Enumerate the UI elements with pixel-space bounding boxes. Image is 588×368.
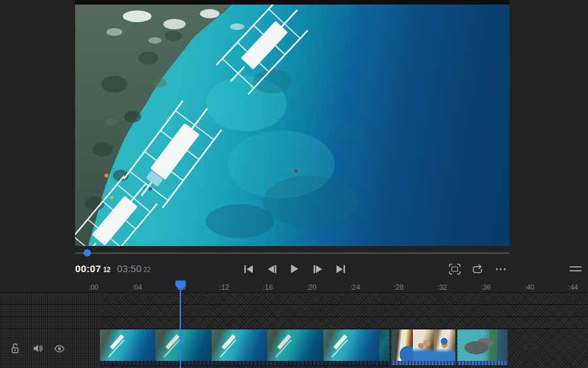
audio-icon (33, 344, 42, 353)
ruler-label: :04 (132, 283, 142, 291)
step-forward-button[interactable] (309, 261, 326, 277)
clip-thumbnail (212, 330, 267, 361)
ruler-label: :40 (525, 283, 534, 291)
fullscreen-icon (449, 264, 461, 275)
ruler-label: :12 (220, 283, 229, 291)
play-button[interactable] (286, 261, 303, 277)
playhead-marker-icon (175, 280, 186, 292)
clip-thumbnail (457, 330, 508, 361)
video-frame-graphic (75, 5, 510, 246)
clip-thumbnail (413, 330, 434, 361)
clip-thumbnails (391, 330, 455, 361)
skip-to-start-icon (244, 265, 253, 273)
skip-to-end-icon (336, 265, 345, 273)
playhead-handle[interactable] (175, 280, 186, 294)
ruler-label: :16 (263, 283, 272, 291)
panel-menu-button[interactable] (570, 264, 583, 273)
step-forward-icon (314, 265, 322, 273)
unlock-icon (10, 343, 20, 354)
loop-button[interactable] (470, 262, 485, 276)
preview-scrubber-track[interactable] (75, 253, 510, 254)
timecode-current-frames: 12 (103, 266, 110, 273)
ruler-label: :36 (481, 283, 491, 291)
track-visibility-button[interactable] (54, 343, 65, 354)
clip-thumbnail (434, 330, 455, 361)
clip-thumbnail (267, 330, 323, 361)
timecode-duration-frames: 22 (144, 266, 151, 273)
more-options-button[interactable] (493, 262, 508, 276)
timecode-display: 00:07 12 03:50 22 (75, 263, 151, 276)
play-icon (291, 264, 299, 273)
clip-thumbnail (155, 330, 211, 361)
loop-icon (472, 264, 483, 275)
step-back-button[interactable] (263, 261, 280, 277)
app-window: 00:07 12 03:50 22 (0, 0, 588, 368)
panel-menu-icon (570, 266, 581, 268)
step-back-icon (268, 265, 276, 273)
clip-thumbnail (323, 330, 379, 361)
video-preview[interactable] (75, 5, 510, 246)
preview-scrubber-handle[interactable] (84, 249, 91, 256)
audio-waveform (457, 361, 508, 365)
clip-3-coastline[interactable] (457, 330, 508, 365)
ruler-label: :28 (393, 283, 403, 291)
skip-to-end-button[interactable] (332, 261, 349, 277)
audio-waveform (100, 361, 389, 365)
skip-to-start-button[interactable] (240, 261, 257, 277)
timecode-duration: 03:50 (117, 263, 142, 274)
ruler-label: :44 (568, 283, 578, 291)
ruler-label: :32 (437, 283, 447, 291)
clip-thumbnails (100, 330, 389, 361)
clip-thumbnails (457, 330, 508, 361)
fullscreen-button[interactable] (447, 262, 463, 276)
playhead-line (180, 291, 181, 368)
track-audio-button[interactable] (31, 343, 43, 354)
ruler-label: :00 (88, 283, 98, 291)
clip-2-people-selfie[interactable] (391, 330, 455, 365)
video-letterbox-bar (75, 0, 510, 5)
more-options-icon (496, 268, 498, 270)
track-lock-button[interactable] (9, 343, 21, 354)
audio-waveform (391, 361, 455, 365)
ruler-label: :24 (350, 283, 360, 291)
visibility-icon (54, 345, 65, 352)
clip-thumbnail (391, 330, 413, 361)
clip-1-aerial-boats[interactable] (100, 330, 389, 365)
timecode-current: 00:07 (75, 263, 101, 274)
clip-thumbnail (100, 330, 155, 361)
timeline-ruler[interactable]: :00 :04 :08 :12 :16 :20 :24 :28 :32 :36 … (0, 279, 588, 292)
ruler-label: :20 (306, 283, 316, 291)
clip-thumbnail (379, 330, 389, 361)
